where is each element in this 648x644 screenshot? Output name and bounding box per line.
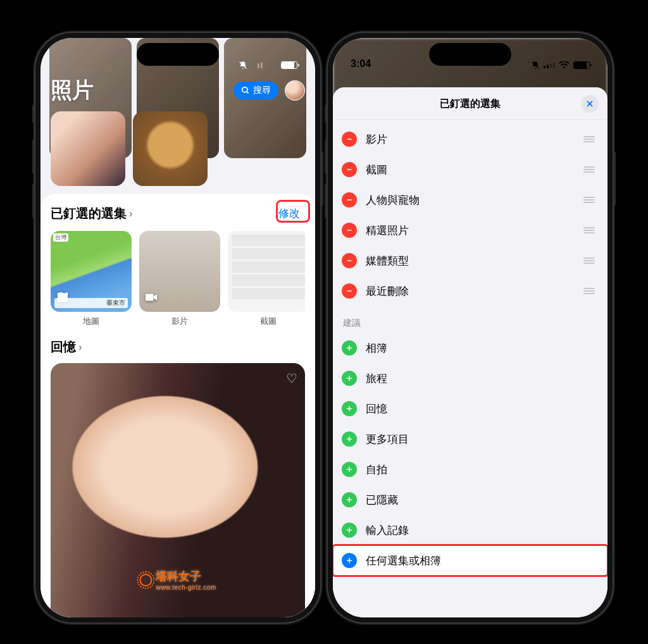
remove-icon[interactable]	[342, 132, 357, 147]
add-icon[interactable]	[342, 371, 357, 386]
svg-rect-3	[146, 294, 154, 301]
pinned-caption: 影片	[139, 316, 220, 327]
drag-handle-icon[interactable]	[581, 133, 597, 145]
video-icon	[144, 290, 158, 307]
wifi-icon	[559, 61, 570, 68]
row-label: 精選照片	[366, 223, 581, 238]
memories-section-header[interactable]: 回憶 ›	[51, 338, 82, 356]
people-row[interactable]	[40, 111, 315, 194]
pinned-section-title: 已釘選的選集	[51, 205, 127, 222]
remove-icon[interactable]	[342, 223, 357, 238]
add-icon[interactable]	[342, 492, 357, 507]
annotation-highlight	[276, 200, 310, 223]
add-icon[interactable]	[342, 340, 357, 356]
add-icon[interactable]	[342, 431, 357, 447]
chevron-right-icon: ›	[129, 207, 133, 220]
pinned-item-map[interactable]: 台灣 臺東市 地圖	[51, 231, 132, 327]
map-city-label: 臺東市	[54, 298, 128, 308]
remove-icon[interactable]	[342, 253, 357, 268]
profile-avatar[interactable]	[285, 80, 305, 101]
phone-left: Wuli 3:04 照片 搜尋	[34, 32, 321, 624]
sheet-title: 已釘選的選集	[440, 98, 501, 109]
row-label: 媒體類型	[366, 254, 581, 268]
drag-handle-icon[interactable]	[581, 255, 597, 266]
pinned-caption: 截圖	[228, 316, 305, 327]
drag-handle-icon[interactable]	[581, 194, 597, 206]
pinned-row[interactable]: 最近刪除	[333, 276, 608, 306]
row-label: 回憶	[366, 402, 597, 416]
suggestion-row[interactable]: 回憶	[333, 393, 608, 424]
suggestion-row[interactable]: 輸入記錄	[333, 515, 608, 545]
any-collection-label: 任何選集或相簿	[366, 554, 597, 568]
battery-icon	[281, 61, 297, 69]
map-region-label: 台灣	[53, 233, 68, 242]
chevron-right-icon: ›	[78, 341, 82, 354]
person-thumb[interactable]	[51, 111, 125, 186]
close-button[interactable]	[581, 95, 599, 113]
remove-icon[interactable]	[342, 283, 357, 299]
person-thumb[interactable]	[133, 111, 208, 186]
row-label: 輸入記錄	[366, 523, 597, 538]
cellular-icon	[544, 62, 555, 68]
pinned-caption: 地圖	[51, 316, 132, 327]
page-title: 照片	[51, 76, 94, 105]
remove-icon[interactable]	[342, 192, 357, 207]
drag-handle-icon[interactable]	[581, 225, 597, 236]
row-label: 最近刪除	[366, 284, 581, 299]
suggestion-row[interactable]: 相簿	[333, 333, 608, 363]
suggestion-row[interactable]: 自拍	[333, 454, 608, 485]
pinned-row[interactable]: 媒體類型	[333, 245, 608, 276]
watermark: 塔科女子 www.tech-girlz.com	[139, 569, 216, 591]
pinned-item-screenshots[interactable]: 截圖	[228, 231, 305, 327]
remove-icon[interactable]	[342, 162, 357, 177]
pinned-row[interactable]: 人物與寵物	[333, 185, 608, 215]
row-label: 相簿	[366, 341, 597, 356]
add-icon	[342, 553, 357, 568]
pinned-row[interactable]: 精選照片	[333, 215, 608, 245]
row-label: 已隱藏	[366, 493, 597, 507]
add-icon[interactable]	[342, 523, 357, 538]
suggestion-row[interactable]: 更多項目	[333, 424, 608, 454]
drag-handle-icon[interactable]	[581, 285, 597, 297]
row-label: 人物與寵物	[366, 193, 581, 207]
svg-line-2	[247, 92, 249, 94]
pinned-row[interactable]: 影片	[333, 124, 608, 154]
pinned-section-header[interactable]: 已釘選的選集 ›	[51, 205, 133, 222]
mute-icon	[531, 61, 540, 70]
suggestion-row[interactable]: 已隱藏	[333, 485, 608, 515]
pinned-item-video[interactable]: 影片	[139, 231, 220, 327]
row-label: 截圖	[366, 163, 581, 177]
search-button[interactable]: 搜尋	[234, 82, 278, 99]
add-icon[interactable]	[342, 462, 357, 477]
search-label: 搜尋	[253, 85, 271, 96]
svg-point-1	[242, 87, 247, 92]
dynamic-island	[137, 43, 219, 66]
add-icon[interactable]	[342, 401, 357, 416]
suggestion-row[interactable]: 旅程	[333, 363, 608, 393]
drag-handle-icon[interactable]	[581, 164, 597, 175]
memories-title: 回憶	[51, 338, 76, 356]
status-time: 3:04	[351, 58, 371, 70]
mute-icon	[239, 61, 247, 70]
row-label: 更多項目	[366, 432, 597, 447]
row-label: 影片	[366, 132, 581, 147]
heart-icon[interactable]: ♡	[286, 371, 297, 386]
status-bar: 3:04	[333, 38, 608, 72]
suggestions-header: 建議	[333, 306, 608, 333]
phone-right: 3:04 已釘選的選集 影片截圖人物與寵物精選照片媒體類型最近刪除 建議	[327, 32, 614, 624]
watermark-logo-icon	[139, 574, 152, 586]
row-label: 旅程	[366, 371, 597, 386]
pinned-row[interactable]: 截圖	[333, 154, 608, 185]
battery-icon	[573, 61, 590, 69]
search-icon	[241, 86, 250, 95]
row-label: 自拍	[366, 462, 597, 477]
any-collection-row[interactable]: 任何選集或相簿	[333, 545, 608, 576]
pinned-editor-sheet: 已釘選的選集 影片截圖人物與寵物精選照片媒體類型最近刪除 建議 相簿旅程回憶更多…	[333, 87, 608, 617]
